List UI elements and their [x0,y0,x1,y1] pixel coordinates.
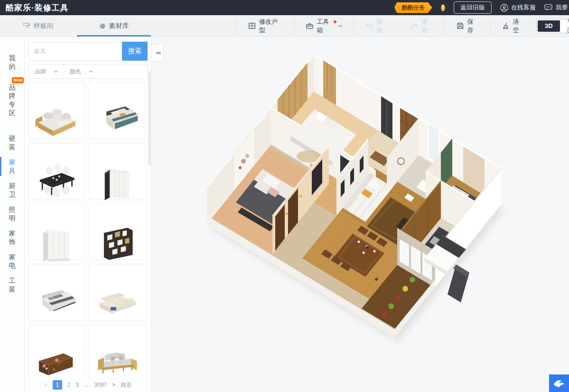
tool-buttons: 修改户型 工具箱 撤销 [152,15,569,36]
filter-dropdown[interactable]: 颜色 [64,65,99,78]
feedback-bird-button[interactable] [549,374,569,392]
thumb-wood-frame-sofa[interactable] [89,325,146,378]
search-button[interactable]: 搜索 [122,42,148,61]
coin-icon [441,4,445,11]
floorplan-3d-render[interactable] [152,37,569,392]
notification-dot [334,20,336,23]
bird-icon [553,378,565,389]
chevron-down-icon [54,70,58,73]
sidebar-item-appliances[interactable]: 家电 [0,249,24,273]
floorplan-icon [248,22,256,30]
tab-material-library[interactable]: 素材库 [76,15,152,36]
view-3d-option[interactable]: 3D [538,20,560,32]
undo-button[interactable]: 撤销 [354,15,399,36]
tab-sample-rooms[interactable]: 样板间 [0,15,76,36]
redo-button[interactable]: 重做 [399,15,444,36]
page-button[interactable]: 3 [76,382,79,388]
modify-floorplan-button[interactable]: 修改户型 [237,15,294,36]
chat-bubble-icon [544,4,553,11]
app-logo: 酷家乐·装修工具 [6,2,69,13]
undo-icon [365,22,373,30]
toolbar: 样板间 素材库 修改户型 [0,15,569,37]
thumb-wood-sectional-sofa[interactable] [28,82,85,139]
online-support-button[interactable]: 在线客服 [500,3,536,12]
prev-page-button[interactable]: < [44,382,47,388]
sidebar-item-home-decor[interactable]: 家饰 [0,226,24,249]
pagination: < 1 2 3 ... 3097 > 跳至 [28,380,148,390]
broom-icon [502,22,510,30]
toolbox-icon [306,22,314,30]
page-button[interactable]: 2 [67,382,71,388]
sidebar-item-hard-decor[interactable]: 硬装 [0,131,24,155]
thumb-dark-cube-bookshelf[interactable] [89,203,146,260]
jump-to-page[interactable]: 跳至 [121,381,132,389]
sphere-icon [99,23,106,29]
filter-dropdown[interactable]: 品牌 [29,65,64,78]
thumb-bed-teal-blanket[interactable] [89,82,146,139]
paint-roller-icon [23,22,30,29]
category-rail: 我的 New 品牌专区 硬装 家具 [0,37,25,392]
panel-content: 搜索 品牌 颜色 [25,37,151,392]
clear-button[interactable]: 清空 [491,15,536,36]
sidebar-item-mine[interactable]: 我的 [0,50,24,74]
sidebar-item-kitchen-bath[interactable]: 厨卫 [0,178,24,202]
product-grid [28,82,148,378]
back-to-old-version-button[interactable]: 返回旧版 [454,1,492,14]
thumb-carved-wood-trunk[interactable] [28,325,85,378]
redo-icon [410,22,418,30]
thumb-gray-tufted-bed[interactable] [28,264,85,321]
thumb-white-wardrobe[interactable] [28,203,85,260]
top-bar: 酷家乐·装修工具 酷酷任务 返回旧版 在线客服 我要 [0,0,569,15]
material-panel: 我的 New 品牌专区 硬装 家具 [0,37,152,392]
page-button[interactable]: 3097 [94,382,107,388]
search-input[interactable] [28,42,122,61]
toolbox-button[interactable]: 工具箱 [294,15,354,36]
thumb-dark-wardrobe-white-doors[interactable] [89,143,146,200]
sidebar-item-lighting[interactable]: 照明 [0,202,24,226]
task-badge-button[interactable]: 酷酷任务 [394,2,432,13]
new-badge: New [12,77,24,83]
feedback-button[interactable]: 我要 [544,3,568,12]
chevron-down-icon [89,70,93,73]
thumb-beige-sectional-sofa[interactable] [89,264,146,321]
filter-row: 品牌 颜色 [28,64,148,79]
app-window: 酷家乐·装修工具 酷酷任务 返回旧版 在线客服 我要 [0,0,569,392]
view-plan-option[interactable]: 平面 [560,18,569,35]
sidebar-item-commercial[interactable]: 工装 [0,273,24,297]
panel-collapse-button[interactable]: ◀◀ [152,44,164,62]
sidebar-item-brand-zone[interactable]: New 品牌专区 [0,80,24,120]
next-page-button[interactable]: > [112,382,115,388]
design-canvas[interactable] [152,37,569,392]
thumb-black-dining-table-set[interactable] [28,143,85,200]
view-mode-toggle[interactable]: 3D 平面 [536,19,569,33]
collapse-icon: ◀◀ [156,51,159,55]
panel-tabs: 样板间 素材库 [0,15,152,36]
sidebar-item-furniture[interactable]: 家具 [0,155,24,178]
panel-scrollbar[interactable] [148,71,151,166]
support-person-icon [500,4,508,12]
save-icon [457,22,464,30]
chevron-down-icon [338,25,342,27]
page-button[interactable]: ... [84,382,89,388]
save-button[interactable]: 保存 [445,15,490,36]
page-button[interactable]: 1 [53,380,62,390]
